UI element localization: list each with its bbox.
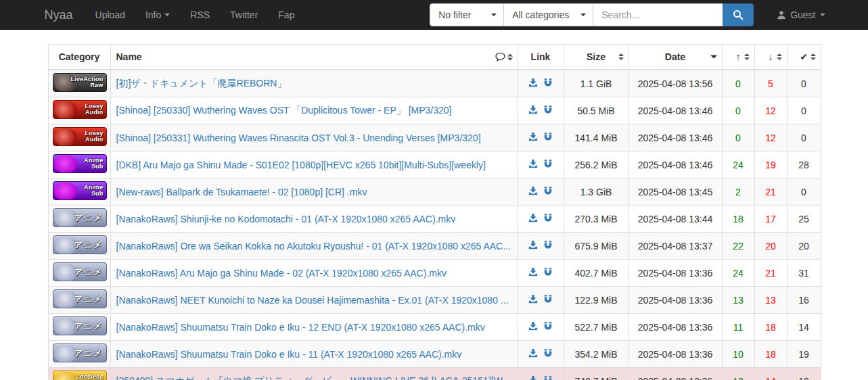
seeders-cell: 18 bbox=[722, 206, 754, 233]
seeders-cell: 22 bbox=[722, 233, 754, 260]
category-icon[interactable]: アニメ bbox=[53, 262, 107, 281]
download-link[interactable] bbox=[528, 186, 538, 195]
category-icon[interactable]: LossyAudio bbox=[53, 127, 107, 146]
search-button[interactable] bbox=[723, 3, 754, 26]
completed-cell: 0 bbox=[787, 179, 821, 206]
category-icon[interactable]: AnimeSub bbox=[53, 181, 107, 200]
download-link[interactable] bbox=[528, 375, 538, 380]
download-link[interactable] bbox=[528, 267, 538, 277]
category-icon[interactable]: AnimeSub bbox=[53, 154, 107, 173]
download-icon bbox=[528, 240, 538, 250]
category-label: アニメ bbox=[74, 268, 104, 276]
category-icon[interactable]: アニメ bbox=[53, 208, 107, 227]
download-link[interactable] bbox=[528, 348, 538, 358]
download-link[interactable] bbox=[528, 294, 538, 304]
download-link[interactable] bbox=[528, 159, 538, 168]
magnet-link[interactable] bbox=[543, 213, 553, 222]
category-icon[interactable]: アニメ bbox=[53, 316, 107, 335]
header-size[interactable]: Size bbox=[564, 45, 629, 70]
torrent-name-link[interactable]: [DKB] Aru Majo ga Shinu Made - S01E02 [1… bbox=[116, 160, 486, 170]
download-link[interactable] bbox=[528, 321, 538, 331]
magnet-link[interactable] bbox=[543, 294, 553, 304]
header-leechers[interactable]: ↓ bbox=[754, 45, 787, 70]
filter-select[interactable]: No filter bbox=[430, 3, 504, 26]
date-cell: 2025-04-08 13:44 bbox=[629, 206, 722, 233]
filter-select-value: No filter bbox=[438, 9, 471, 20]
category-icon[interactable]: アニメ bbox=[53, 289, 107, 308]
category-select[interactable]: All categories bbox=[503, 3, 593, 26]
torrent-table: Category Name Link Size Date ↑ bbox=[48, 44, 821, 380]
category-icon[interactable]: LosslessAudio bbox=[53, 371, 107, 380]
table-row: アニメ[NanakoRaws] Ore wa Seikan Kokka no A… bbox=[48, 233, 821, 260]
magnet-link[interactable] bbox=[543, 105, 553, 114]
nav-item-rss[interactable]: RSS bbox=[180, 1, 220, 29]
torrent-name-link[interactable]: [初]ザ・ドキュメント「廃屋REBORN」 bbox=[116, 78, 287, 89]
search-input[interactable] bbox=[593, 3, 723, 26]
table-row: アニメ[NanakoRaws] Shuumatsu Train Doko e I… bbox=[48, 341, 821, 368]
download-link[interactable] bbox=[528, 240, 538, 250]
header-seeders[interactable]: ↑ bbox=[722, 45, 754, 70]
size-cell: 1.3 GiB bbox=[564, 179, 629, 206]
sort-desc-icon bbox=[710, 55, 717, 59]
header-completed[interactable]: ✔ bbox=[787, 45, 821, 70]
download-link[interactable] bbox=[528, 105, 538, 114]
header-date[interactable]: Date bbox=[629, 45, 722, 70]
magnet-link[interactable] bbox=[543, 348, 553, 358]
magnet-link[interactable] bbox=[543, 267, 553, 277]
category-art bbox=[54, 183, 77, 200]
date-cell: 2025-04-08 13:36 bbox=[629, 341, 722, 368]
category-icon[interactable]: アニメ bbox=[53, 235, 107, 254]
table-row: LiveActionRaw[初]ザ・ドキュメント「廃屋REBORN」1.1 Gi… bbox=[48, 70, 821, 97]
download-link[interactable] bbox=[528, 78, 538, 87]
torrent-name-link[interactable]: [NanakoRaws] Aru Majo ga Shinu Made - 02… bbox=[116, 268, 447, 279]
table-row: LossyAudio[Shinoa] [250331] Wuthering Wa… bbox=[48, 124, 821, 151]
category-icon[interactable]: アニメ bbox=[53, 343, 107, 362]
magnet-link[interactable] bbox=[543, 78, 553, 87]
seeders-cell: 24 bbox=[722, 151, 754, 179]
date-cell: 2025-04-08 13:36 bbox=[629, 260, 722, 287]
brand-link[interactable]: Nyaa bbox=[43, 8, 78, 22]
header-comments-sort[interactable] bbox=[495, 52, 513, 62]
torrent-name-link[interactable]: [Shinoa] [250331] Wuthering Waves Rinasc… bbox=[116, 133, 481, 143]
size-cell: 354.2 MiB bbox=[564, 341, 629, 368]
user-menu[interactable]: Guest bbox=[777, 9, 825, 20]
download-link[interactable] bbox=[528, 132, 538, 141]
torrent-name-link[interactable]: [NanakoRaws] Shiunji-ke no Kodomotachi -… bbox=[116, 214, 456, 224]
seeders-cell: 13 bbox=[722, 287, 754, 314]
magnet-link[interactable] bbox=[543, 132, 553, 141]
category-art bbox=[54, 291, 77, 308]
nav-item-upload[interactable]: Upload bbox=[85, 1, 135, 29]
table-row: LossyAudio[Shinoa] [250330] Wuthering Wa… bbox=[48, 97, 821, 124]
torrent-name-link[interactable]: [250409] スマホゲーム『ウマ娘 プリティーダービー』WINNING LI… bbox=[116, 375, 510, 380]
download-link[interactable] bbox=[528, 213, 538, 222]
table-row: アニメ[NanakoRaws] Shuumatsu Train Doko e I… bbox=[48, 314, 821, 341]
seeders-cell: 0 bbox=[722, 124, 754, 151]
magnet-link[interactable] bbox=[543, 240, 553, 250]
nav-item-info[interactable]: Info bbox=[135, 1, 180, 29]
torrent-name-link[interactable]: [Shinoa] [250330] Wuthering Waves OST 「D… bbox=[116, 105, 452, 116]
table-row: AnimeSub[DKB] Aru Majo ga Shinu Made - S… bbox=[48, 151, 821, 179]
download-icon bbox=[528, 294, 538, 304]
category-icon[interactable]: LiveActionRaw bbox=[53, 73, 107, 92]
category-select-value: All categories bbox=[512, 9, 569, 20]
torrent-name-link[interactable]: [NanakoRaws] Shuumatsu Train Doko e Iku … bbox=[116, 322, 485, 333]
leechers-cell: 14 bbox=[754, 368, 787, 380]
torrent-name-link[interactable]: [New-raws] Ballpark de Tsukamaete! - 02 … bbox=[116, 187, 367, 197]
download-icon bbox=[528, 267, 538, 277]
category-icon[interactable]: LossyAudio bbox=[53, 100, 107, 119]
torrent-name-link[interactable]: [NanakoRaws] Shuumatsu Train Doko e Iku … bbox=[116, 349, 462, 360]
magnet-link[interactable] bbox=[543, 186, 553, 195]
magnet-link[interactable] bbox=[543, 375, 553, 380]
category-label: AnimeSub bbox=[84, 158, 104, 170]
torrent-name-link[interactable]: [NanakoRaws] Ore wa Seikan Kokka no Akut… bbox=[116, 241, 511, 252]
nav-item-twitter[interactable]: Twitter bbox=[220, 1, 268, 29]
category-label: アニメ bbox=[74, 349, 104, 357]
torrent-name-link[interactable]: [NanakoRaws] NEET Kunoichi to Naze ka Do… bbox=[116, 295, 509, 306]
chevron-down-icon bbox=[820, 14, 825, 16]
date-cell: 2025-04-08 13:36 bbox=[629, 368, 722, 380]
nav-item-fap[interactable]: Fap bbox=[268, 1, 304, 29]
magnet-icon bbox=[543, 105, 553, 114]
category-art bbox=[54, 318, 77, 335]
magnet-link[interactable] bbox=[543, 159, 553, 168]
magnet-link[interactable] bbox=[543, 321, 553, 331]
